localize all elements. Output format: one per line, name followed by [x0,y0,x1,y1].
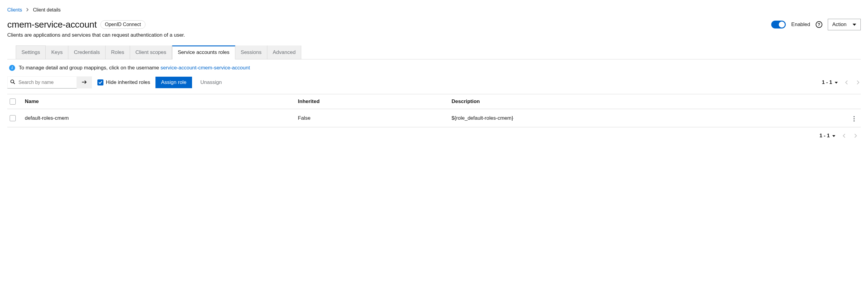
select-all-cell [7,94,21,109]
arrow-right-icon [82,80,87,85]
info-icon: i [9,65,15,71]
row-actions-kebab[interactable] [852,114,857,123]
search-icon [10,79,15,85]
toggle-knob [779,22,785,28]
svg-point-0 [11,80,14,83]
caret-down-icon [835,82,838,84]
roles-table: Name Inherited Description default-roles… [7,94,861,127]
header-actions: Enabled ? Action [771,19,861,30]
info-username-link[interactable]: service-account-cmem-service-account [161,65,250,71]
hide-inherited-label: Hide inherited roles [106,79,150,85]
protocol-badge: OpenID Connect [100,20,146,29]
page-title: cmem-service-account [7,19,97,30]
hide-inherited-checkbox[interactable]: Hide inherited roles [97,79,150,85]
cell-name: default-roles-cmem [21,109,294,127]
caret-down-icon [852,24,856,26]
select-all-checkbox[interactable] [10,99,16,105]
table-row: default-roles-cmemFalse${role_default-ro… [7,109,861,127]
tab-settings[interactable]: Settings [16,46,46,59]
chevron-right-icon [26,7,29,12]
tab-roles[interactable]: Roles [105,46,130,59]
pager-prev[interactable] [844,79,849,86]
tab-service-accounts-roles[interactable]: Service accounts roles [172,46,235,59]
page-header: cmem-service-account OpenID Connect Enab… [7,19,861,30]
info-bar: i To manage detail and group mappings, c… [7,59,861,76]
cell-description: ${role_default-roles-cmem} [448,109,847,127]
search-input[interactable] [7,76,77,88]
tab-sessions[interactable]: Sessions [235,46,267,59]
table-header-row: Name Inherited Description [7,94,861,109]
col-actions-header [847,94,861,109]
info-text: To manage detail and group mappings, cli… [19,65,250,71]
row-checkbox[interactable] [10,115,16,121]
svg-line-1 [13,83,15,84]
checkbox-checked-icon [97,79,103,85]
pager-next-bottom[interactable] [853,132,858,139]
tab-keys[interactable]: Keys [46,46,68,59]
assign-role-button[interactable]: Assign role [155,77,192,88]
pagination-bottom: 1 - 1 [7,127,861,139]
tabs: SettingsKeysCredentialsRolesClient scope… [7,46,861,59]
search-wrap [7,76,77,88]
pager-next[interactable] [855,79,861,86]
search-group [7,76,92,88]
pager-info-top[interactable]: 1 - 1 [822,79,838,85]
col-description-header: Description [448,94,847,109]
pagination-top: 1 - 1 [822,79,861,86]
enabled-toggle[interactable] [771,21,786,28]
action-dropdown-label: Action [832,22,846,28]
page-subtitle: Clients are applications and services th… [7,32,861,38]
action-dropdown[interactable]: Action [828,19,861,30]
enabled-label: Enabled [791,22,810,28]
help-icon[interactable]: ? [816,21,822,28]
caret-down-icon [832,135,835,137]
tab-advanced[interactable]: Advanced [267,46,302,59]
toolbar: Hide inherited roles Assign role Unassig… [7,76,861,94]
breadcrumb-current: Client details [33,7,61,13]
tab-credentials[interactable]: Credentials [68,46,105,59]
col-inherited-header: Inherited [294,94,448,109]
unassign-button[interactable]: Unassign [197,77,225,88]
cell-inherited: False [294,109,448,127]
tab-client-scopes[interactable]: Client scopes [130,46,172,59]
title-group: cmem-service-account OpenID Connect [7,19,146,30]
col-name-header: Name [21,94,294,109]
pager-prev-bottom[interactable] [841,132,847,139]
pager-info-bottom[interactable]: 1 - 1 [819,133,835,139]
search-submit-button[interactable] [77,76,92,88]
breadcrumb: Clients Client details [7,7,861,13]
info-text-prefix: To manage detail and group mappings, cli… [19,65,161,71]
breadcrumb-parent-link[interactable]: Clients [7,7,22,13]
